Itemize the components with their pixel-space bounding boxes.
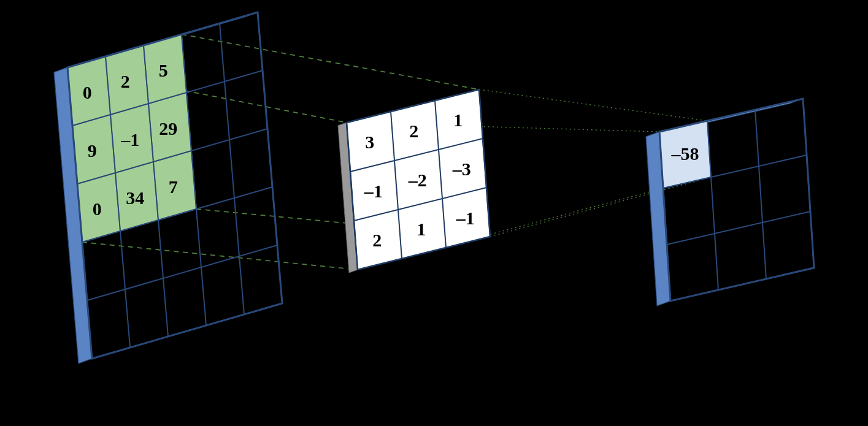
svg-text:0: 0 [93, 199, 102, 219]
output-grid-line [755, 110, 766, 279]
output-grid-line [667, 211, 810, 245]
svg-text:3: 3 [365, 132, 374, 152]
input-grid-line [220, 23, 244, 314]
svg-text:2: 2 [409, 121, 418, 141]
svg-text:34: 34 [126, 188, 144, 208]
svg-text:2: 2 [372, 230, 382, 250]
svg-text:–2: –2 [408, 170, 427, 190]
svg-text:1: 1 [453, 110, 463, 130]
svg-text:1: 1 [417, 219, 426, 239]
svg-text:–1: –1 [456, 208, 475, 228]
svg-text:9: 9 [88, 140, 97, 161]
svg-text:29: 29 [159, 118, 177, 139]
svg-text:2: 2 [121, 71, 130, 91]
svg-text:–58: –58 [671, 143, 699, 164]
projection-line-dotted [479, 89, 707, 121]
svg-text:7: 7 [169, 177, 178, 197]
svg-text:5: 5 [159, 60, 168, 80]
output-grid-line [707, 121, 718, 290]
svg-text:–1: –1 [364, 181, 383, 201]
svg-text:0: 0 [83, 82, 92, 102]
projection-line-dotted [490, 177, 711, 237]
svg-text:–3: –3 [452, 159, 471, 179]
input-grid-line [87, 245, 277, 300]
svg-text:–1: –1 [120, 129, 139, 150]
convolution-diagram: 0259–1290347321–1–2–321–1–58 [0, 0, 868, 426]
